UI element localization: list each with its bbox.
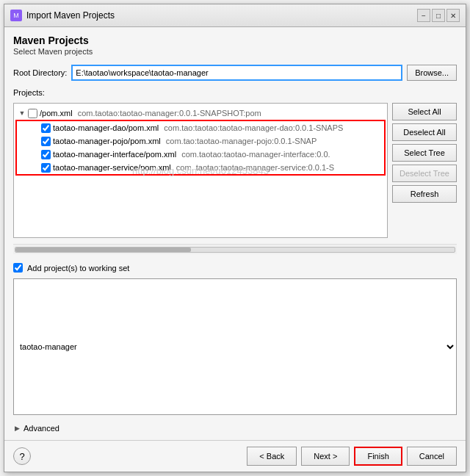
advanced-label: Advanced xyxy=(24,424,59,433)
dialog-title: Import Maven Projects xyxy=(26,10,115,21)
dialog-body: Maven Projects Select Maven projects Roo… xyxy=(4,27,466,440)
dialog-icon-letter: M xyxy=(13,12,19,19)
working-set-select[interactable]: taotao-manager xyxy=(13,278,457,415)
maximize-button[interactable]: □ xyxy=(432,9,445,22)
pojo-file: taotao-manager-pojo/pom.xml xyxy=(53,137,161,145)
projects-label: Projects: xyxy=(13,88,457,97)
scrollbar-thumb xyxy=(15,248,191,252)
dao-checkbox[interactable] xyxy=(41,123,51,133)
root-checkbox[interactable] xyxy=(28,109,37,118)
tree-row-service[interactable]: taotao-manager-service/pom.xml com. taot… xyxy=(17,161,384,174)
service-artifact: com. taotao:taotao-manager-service:0.0.1… xyxy=(176,163,334,172)
dao-expander xyxy=(30,123,40,133)
working-set-label: Add project(s) to working set xyxy=(27,264,129,273)
interface-label: taotao-manager-interface/pom.xml com.tao… xyxy=(53,150,330,159)
root-dir-label: Root Directory: xyxy=(13,68,67,77)
root-dir-input[interactable] xyxy=(71,65,402,81)
root-artifact: com.taotao:taotao-manager:0.0.1-SNAPSHOT… xyxy=(78,109,261,118)
interface-artifact: com.taotao:taotao-manager-interface:0.0. xyxy=(181,150,330,159)
title-bar: M Import Maven Projects − □ ✕ xyxy=(4,4,466,27)
interface-expander xyxy=(30,149,40,159)
title-bar-left: M Import Maven Projects xyxy=(10,10,115,21)
section-title: Maven Projects xyxy=(13,35,457,46)
dialog-icon: M xyxy=(10,10,22,21)
service-checkbox[interactable] xyxy=(41,163,51,173)
working-set-checkbox[interactable] xyxy=(13,263,23,273)
tree-row-interface[interactable]: taotao-manager-interface/pom.xml com.tao… xyxy=(17,148,384,161)
cancel-button[interactable]: Cancel xyxy=(407,447,457,466)
pojo-label: taotao-manager-pojo/pom.xml com.tao:taot… xyxy=(53,137,317,145)
select-all-button[interactable]: Select All xyxy=(392,103,457,120)
horizontal-scrollbar[interactable] xyxy=(13,244,457,254)
tree-row-pojo[interactable]: taotao-manager-pojo/pom.xml com.tao:taot… xyxy=(17,134,384,148)
dialog-footer: ? < Back Next > Finish Cancel xyxy=(4,440,466,472)
pojo-checkbox[interactable] xyxy=(41,137,51,146)
dao-artifact: com.tao:taotao:taotao-manager-dao:0.0.1-… xyxy=(164,123,343,132)
footer-right: < Back Next > Finish Cancel xyxy=(247,447,457,466)
browse-button[interactable]: Browse... xyxy=(407,65,457,81)
pojo-artifact: com.tao:taotao-manager-pojo:0.0.1-SNAP xyxy=(166,137,317,145)
pojo-expander xyxy=(30,136,40,146)
next-button[interactable]: Next > xyxy=(301,447,350,466)
back-button[interactable]: < Back xyxy=(247,447,297,466)
tree-content: ▼ /pom.xml com.taotao:taotao-manager:0.0… xyxy=(14,104,387,178)
projects-area: ▼ /pom.xml com.taotao:taotao-manager:0.0… xyxy=(13,103,457,238)
tree-row-dao[interactable]: taotao-manager-dao/pom.xml com.tao:taota… xyxy=(17,121,384,134)
highlighted-rows: taotao-manager-dao/pom.xml com.tao:taota… xyxy=(15,120,386,176)
advanced-arrow-icon: ▶ xyxy=(13,425,21,432)
interface-checkbox[interactable] xyxy=(41,150,51,159)
root-file: /pom.xml xyxy=(40,109,73,118)
projects-tree[interactable]: ▼ /pom.xml com.taotao:taotao-manager:0.0… xyxy=(13,103,388,238)
root-expander[interactable]: ▼ xyxy=(17,108,27,118)
working-set-row: Add project(s) to working set xyxy=(13,263,457,273)
deselect-all-button[interactable]: Deselect All xyxy=(392,123,457,141)
service-file: taotao-manager-service/pom.xml xyxy=(53,163,171,172)
root-label: /pom.xml com.taotao:taotao-manager:0.0.1… xyxy=(40,109,261,118)
dao-file: taotao-manager-dao/pom.xml xyxy=(53,123,159,132)
service-label: taotao-manager-service/pom.xml com. taot… xyxy=(53,163,334,172)
tree-row-root[interactable]: ▼ /pom.xml com.taotao:taotao-manager:0.0… xyxy=(14,107,387,120)
import-maven-dialog: M Import Maven Projects − □ ✕ Maven Proj… xyxy=(4,4,466,472)
side-buttons: Select All Deselect All Select Tree Dese… xyxy=(392,103,457,238)
advanced-section[interactable]: ▶ Advanced xyxy=(13,424,457,433)
dao-label: taotao-manager-dao/pom.xml com.tao:taota… xyxy=(53,123,343,132)
service-expander xyxy=(30,162,40,173)
refresh-button[interactable]: Refresh xyxy=(392,185,457,203)
minimize-button[interactable]: − xyxy=(417,9,430,22)
interface-file: taotao-manager-interface/pom.xml xyxy=(53,150,176,159)
footer-left: ? xyxy=(13,447,31,465)
deselect-tree-button[interactable]: Deselect Tree xyxy=(392,165,457,182)
help-button[interactable]: ? xyxy=(13,447,31,465)
title-controls: − □ ✕ xyxy=(417,9,460,22)
finish-button[interactable]: Finish xyxy=(354,447,402,466)
root-dir-row: Root Directory: Browse... xyxy=(13,65,457,81)
section-subtitle: Select Maven projects xyxy=(13,47,457,56)
select-tree-button[interactable]: Select Tree xyxy=(392,144,457,162)
close-button[interactable]: ✕ xyxy=(446,9,460,22)
header-section: Maven Projects Select Maven projects xyxy=(13,35,457,56)
scrollbar-track[interactable] xyxy=(15,247,455,253)
